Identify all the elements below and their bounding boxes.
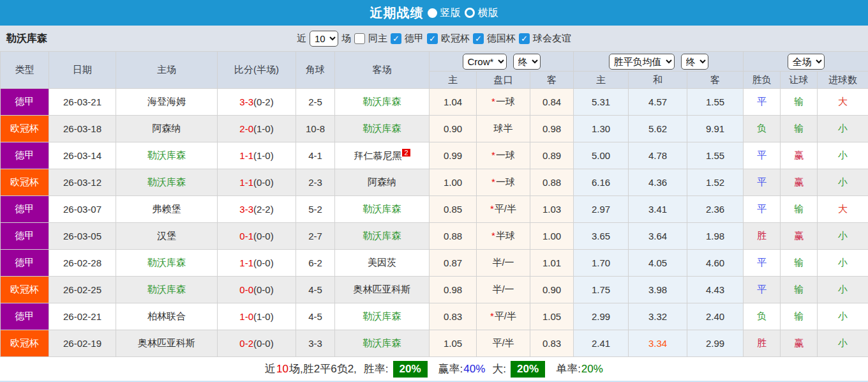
crown-away-odds-cell: 1.03 <box>530 196 574 223</box>
handicap-cell: *平/半 <box>477 303 530 330</box>
handicap-cell: *一球 <box>477 142 530 169</box>
goals-cell: 小 <box>818 142 868 169</box>
table-row: 德甲26-03-14勒沃库森1-1(1-0)4-1拜仁慕尼黑20.99*一球0.… <box>1 142 868 169</box>
score-cell: 1-0(1-0) <box>218 303 296 330</box>
col-header-avg-win: 主 <box>574 72 629 89</box>
handicap-result-cell: 输 <box>781 277 818 303</box>
league-badge: 欧冠杯 <box>1 277 49 303</box>
score-cell: 2-0(1-0) <box>218 116 296 142</box>
avg-lose-cell: 1.55 <box>687 89 744 116</box>
score-halftime: (2-2) <box>253 204 274 215</box>
score-cell: 1-1(0-0) <box>218 169 296 196</box>
away-team-cell: 拜仁慕尼黑2 <box>335 142 430 169</box>
odds-provider-header: Crow* 终 <box>430 52 574 72</box>
avg-type-select[interactable]: 胜平负均值 <box>609 54 675 70</box>
away-team-cell: 勒沃库森 <box>335 116 430 142</box>
radio-unselected-icon[interactable] <box>465 8 475 18</box>
handicap-result-cell: 输 <box>781 116 818 142</box>
layout-radio-horizontal[interactable]: 横版 <box>465 6 498 20</box>
crown-home-odds-cell: 0.88 <box>430 223 477 250</box>
handicap-result-cell: 赢 <box>781 223 818 250</box>
avg-lose-cell: 2.40 <box>687 303 744 330</box>
date-cell: 26-02-19 <box>49 330 116 357</box>
league-badge: 欧冠杯 <box>1 169 49 196</box>
corner-cell: 5-2 <box>296 196 335 223</box>
corner-cell: 6-2 <box>296 250 335 277</box>
league-filter-label-friendly: 球会友谊 <box>533 33 571 45</box>
score-fulltime: 3-3 <box>239 96 253 107</box>
home-team-cell: 勒沃库森 <box>116 169 218 196</box>
col-header-type: 类型 <box>1 52 49 89</box>
summary-single-rate: 20% <box>581 363 603 376</box>
col-header-odds-home: 主 <box>430 72 477 89</box>
crown-home-odds-cell: 0.90 <box>430 116 477 142</box>
games-count-select[interactable]: 10 <box>310 31 338 47</box>
score-fulltime: 1-0 <box>239 311 253 322</box>
table-row: 欧冠杯26-02-25勒沃库森0-0(0-0)4-5奥林匹亚科斯0.98半/一0… <box>1 277 868 303</box>
avg-draw-cell: 4.36 <box>629 169 687 196</box>
radio-selected-icon[interactable] <box>428 8 437 18</box>
corner-cell: 2-5 <box>296 89 335 116</box>
scope-select[interactable]: 全场 <box>788 54 825 70</box>
handicap-cell: *一球 <box>477 169 530 196</box>
goals-cell: 小 <box>818 303 868 330</box>
crown-away-odds-cell: 0.98 <box>530 116 574 142</box>
crown-away-odds-cell: 0.84 <box>530 89 574 116</box>
avg-time-select[interactable]: 终 <box>681 54 708 70</box>
handicap-cell: *一球 <box>477 89 530 116</box>
avg-win-cell: 5.31 <box>574 89 629 116</box>
result-cell: 平 <box>744 277 781 303</box>
same-home-checkbox[interactable] <box>354 33 365 44</box>
score-halftime: (1-0) <box>253 150 274 161</box>
summary-games-count: 10 <box>276 363 288 376</box>
radio-horizontal-label: 横版 <box>478 6 498 20</box>
corner-cell: 4-5 <box>296 303 335 330</box>
topbar: 近期战绩 竖版 横版 <box>0 0 868 26</box>
layout-radio-vertical[interactable]: 竖版 <box>428 6 461 20</box>
away-team-cell: 美因茨 <box>335 250 430 277</box>
table-row: 德甲26-02-21柏林联合1-0(1-0)4-5勒沃库森0.83*平/半1.0… <box>1 303 868 330</box>
league-filter-checkbox-dfb-cup[interactable]: ✓ <box>473 33 484 44</box>
score-fulltime: 0-0 <box>239 284 253 295</box>
avg-odds-header: 胜平负均值 终 <box>574 52 744 72</box>
summary-bar: 近 10 场,胜2平6负2, 胜率: 20% 赢率: 40% 大: 20% 单率… <box>0 357 868 381</box>
handicap-star-icon: * <box>490 203 494 214</box>
score-halftime: (1-0) <box>253 311 274 322</box>
date-cell: 26-03-21 <box>49 89 116 116</box>
away-team-cell: 勒沃库森 <box>335 330 430 357</box>
col-header-date: 日期 <box>49 52 116 89</box>
league-filter-checkbox-ucl[interactable]: ✓ <box>427 33 438 44</box>
avg-draw-cell: 4.05 <box>629 250 687 277</box>
handicap-cell: *半球 <box>477 223 530 250</box>
home-team-cell: 奥林匹亚科斯 <box>116 330 218 357</box>
score-fulltime: 1-1 <box>239 257 253 268</box>
away-team-cell: 勒沃库森 <box>335 223 430 250</box>
odds-time-select[interactable]: 终 <box>513 54 541 70</box>
team-note-badge[interactable]: 2 <box>402 149 410 157</box>
filter-bar: 勒沃库森 近 10 场 同主 ✓ 德甲 ✓ 欧冠杯 ✓ 德国杯 ✓ 球会友谊 <box>0 26 868 51</box>
league-filter-checkbox-friendly[interactable]: ✓ <box>519 33 530 44</box>
avg-win-cell: 2.41 <box>574 330 629 357</box>
avg-win-cell: 5.00 <box>574 142 629 169</box>
col-header-away: 客场 <box>335 52 430 89</box>
corner-cell: 10-8 <box>296 116 335 142</box>
avg-draw-cell: 4.57 <box>629 89 687 116</box>
avg-lose-cell: 1.52 <box>687 169 744 196</box>
score-fulltime: 3-3 <box>239 204 253 215</box>
handicap-cell: *平/半 <box>477 196 530 223</box>
odds-provider-select[interactable]: Crow* <box>463 54 507 70</box>
filter-controls: 近 10 场 同主 ✓ 德甲 ✓ 欧冠杯 ✓ 德国杯 ✓ 球会友谊 <box>297 31 571 47</box>
goals-cell: 大 <box>818 196 868 223</box>
goals-cell: 小 <box>818 116 868 142</box>
crown-home-odds-cell: 1.05 <box>430 330 477 357</box>
handicap-cell: 平/半 <box>477 330 530 357</box>
avg-draw-cell: 4.78 <box>629 142 687 169</box>
handicap-star-icon: * <box>491 176 495 187</box>
avg-draw-cell: 3.41 <box>629 196 687 223</box>
crown-home-odds-cell: 1.04 <box>430 89 477 116</box>
league-badge: 德甲 <box>1 303 49 330</box>
col-header-avg-draw: 和 <box>629 72 687 89</box>
table-row: 欧冠杯26-02-19奥林匹亚科斯0-2(0-0)3-3勒沃库森1.05平/半0… <box>1 330 868 357</box>
league-filter-checkbox-bundesliga[interactable]: ✓ <box>391 33 401 44</box>
avg-win-cell: 6.16 <box>574 169 629 196</box>
